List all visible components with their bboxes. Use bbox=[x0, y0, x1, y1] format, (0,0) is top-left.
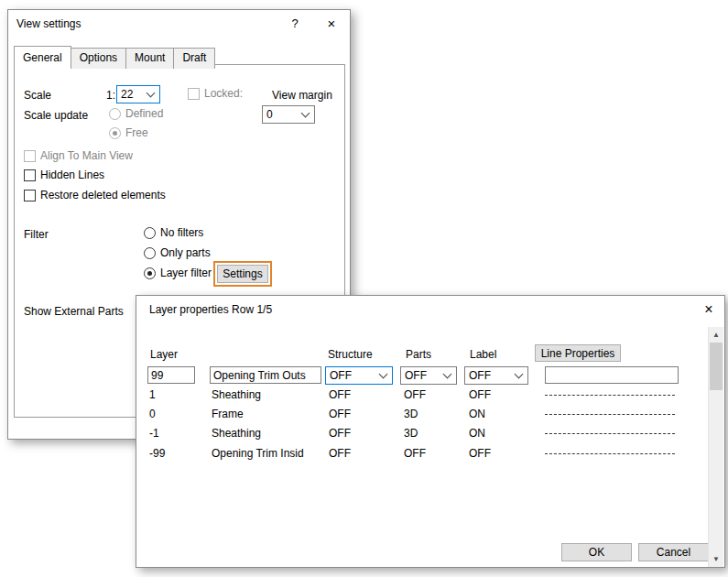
scale-value: 22 bbox=[121, 88, 133, 101]
cancel-button[interactable]: Cancel bbox=[638, 543, 709, 561]
layer-filter-radio-circle bbox=[144, 267, 156, 279]
chevron-down-icon bbox=[301, 109, 310, 118]
row1-structure-combobox[interactable]: OFF bbox=[325, 366, 393, 385]
free-radio[interactable]: Free bbox=[109, 126, 148, 139]
row4-parts: 3D bbox=[404, 427, 418, 440]
tab-draft[interactable]: Draft bbox=[173, 48, 215, 69]
row5-layer: -99 bbox=[149, 447, 165, 460]
tab-options[interactable]: Options bbox=[71, 48, 126, 69]
scroll-up-icon[interactable]: ▲ bbox=[709, 327, 723, 343]
row1-layer-input[interactable] bbox=[147, 366, 195, 384]
row2-label: OFF bbox=[469, 388, 491, 401]
row5-label: OFF bbox=[469, 447, 491, 460]
row2-layer: 1 bbox=[149, 388, 156, 401]
row2-structure: OFF bbox=[329, 388, 351, 401]
dialog-title: View settings bbox=[16, 17, 81, 30]
view-margin-label: View margin bbox=[272, 89, 332, 102]
row1-line-input[interactable] bbox=[545, 366, 679, 384]
align-label: Align To Main View bbox=[40, 149, 133, 162]
close-icon[interactable]: × bbox=[313, 10, 350, 37]
locked-checkbox-box bbox=[188, 88, 200, 100]
restore-label: Restore deleted elements bbox=[40, 189, 166, 201]
row2-line-style-preview bbox=[545, 395, 675, 396]
free-radio-circle bbox=[109, 127, 121, 139]
no-filters-label: No filters bbox=[160, 226, 203, 239]
vertical-scrollbar[interactable]: ▲ ▼ bbox=[708, 327, 723, 567]
defined-label: Defined bbox=[125, 107, 163, 120]
tab-mount[interactable]: Mount bbox=[125, 48, 174, 69]
chevron-down-icon bbox=[443, 370, 452, 379]
scale-label: Scale bbox=[24, 89, 51, 102]
header-label: Label bbox=[470, 348, 496, 361]
locked-checkbox[interactable]: Locked: bbox=[188, 87, 243, 100]
layer-filter-label: Layer filter bbox=[160, 267, 212, 279]
no-filters-radio[interactable]: No filters bbox=[144, 226, 203, 239]
settings-button[interactable]: Settings bbox=[217, 265, 268, 283]
no-filters-radio-circle bbox=[144, 227, 156, 239]
hidden-lines-checkbox[interactable]: Hidden Lines bbox=[24, 169, 104, 181]
layer-properties-titlebar[interactable]: Layer properties Row 1/5 × bbox=[136, 296, 724, 322]
chevron-down-icon bbox=[515, 370, 524, 379]
row1-parts-combobox[interactable]: OFF bbox=[400, 366, 457, 385]
row1-label-combobox[interactable]: OFF bbox=[464, 366, 528, 385]
row1-label-value: OFF bbox=[469, 369, 491, 382]
scale-update-label: Scale update bbox=[24, 109, 88, 122]
close-icon[interactable]: × bbox=[693, 296, 724, 322]
ok-button[interactable]: OK bbox=[561, 543, 632, 561]
tabstrip: General Options Mount Draft bbox=[14, 48, 214, 69]
defined-radio[interactable]: Defined bbox=[109, 107, 163, 120]
row1-structure-value: OFF bbox=[330, 369, 352, 382]
only-parts-radio-circle bbox=[144, 247, 156, 259]
row3-line-style-preview bbox=[545, 414, 675, 415]
restore-deleted-checkbox[interactable]: Restore deleted elements bbox=[24, 189, 166, 201]
tab-general[interactable]: General bbox=[14, 46, 71, 69]
view-settings-titlebar[interactable]: View settings ? × bbox=[8, 10, 350, 37]
help-icon[interactable]: ? bbox=[277, 10, 313, 37]
align-to-main-view-checkbox[interactable]: Align To Main View bbox=[24, 149, 133, 162]
filter-label: Filter bbox=[24, 228, 49, 241]
row2-parts: OFF bbox=[404, 388, 426, 401]
row1-name-input[interactable] bbox=[210, 366, 321, 384]
scroll-down-icon[interactable]: ▼ bbox=[709, 551, 723, 567]
hidden-lines-checkbox-box bbox=[24, 169, 36, 181]
scrollbar-track[interactable] bbox=[709, 343, 723, 551]
chevron-down-icon bbox=[379, 370, 388, 379]
row4-line-style-preview bbox=[545, 433, 675, 434]
header-layer: Layer bbox=[150, 348, 178, 361]
row5-line-style-preview bbox=[545, 453, 675, 454]
view-margin-value: 0 bbox=[266, 108, 273, 121]
only-parts-label: Only parts bbox=[160, 246, 211, 259]
show-external-parts-label: Show External Parts bbox=[24, 305, 124, 318]
free-label: Free bbox=[125, 126, 148, 139]
row1-parts-value: OFF bbox=[405, 369, 427, 382]
row4-structure: OFF bbox=[329, 427, 351, 440]
scrollbar-thumb[interactable] bbox=[710, 343, 723, 390]
chevron-down-icon bbox=[147, 89, 156, 98]
header-structure: Structure bbox=[328, 348, 373, 361]
row3-label: ON bbox=[469, 408, 485, 420]
row5-name: Opening Trim Insid bbox=[212, 447, 304, 460]
layer-filter-radio[interactable]: Layer filter bbox=[144, 267, 212, 279]
scale-combobox[interactable]: 22 bbox=[116, 85, 160, 103]
only-parts-radio[interactable]: Only parts bbox=[144, 246, 211, 259]
locked-label: Locked: bbox=[204, 87, 243, 100]
settings-highlight: Settings bbox=[213, 261, 272, 287]
row4-label: ON bbox=[469, 427, 485, 440]
row3-name: Frame bbox=[212, 408, 244, 420]
row2-name: Sheathing bbox=[212, 388, 261, 401]
hidden-lines-label: Hidden Lines bbox=[40, 169, 104, 181]
header-parts: Parts bbox=[406, 348, 431, 361]
scale-prefix-label: 1: bbox=[106, 89, 115, 102]
restore-checkbox-box bbox=[24, 190, 36, 201]
layer-properties-dialog: Layer properties Row 1/5 × Layer Structu… bbox=[136, 295, 725, 568]
row5-parts: OFF bbox=[404, 447, 426, 460]
dialog-title: Layer properties Row 1/5 bbox=[149, 303, 272, 316]
view-margin-combobox[interactable]: 0 bbox=[262, 105, 315, 124]
row4-layer: -1 bbox=[149, 427, 159, 440]
row3-parts: 3D bbox=[404, 408, 418, 420]
align-checkbox-box bbox=[24, 150, 36, 162]
row4-name: Sheathing bbox=[212, 427, 261, 440]
line-properties-button[interactable]: Line Properties bbox=[535, 344, 621, 362]
defined-radio-circle bbox=[109, 108, 121, 120]
row3-layer: 0 bbox=[149, 408, 156, 420]
